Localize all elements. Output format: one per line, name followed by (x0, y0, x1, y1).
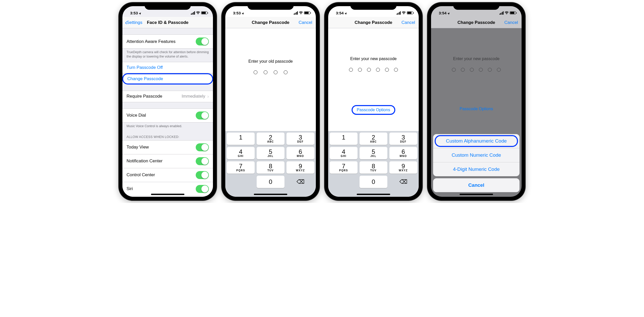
key-number: 7 (239, 163, 242, 169)
toggle-on[interactable] (196, 111, 209, 119)
passcode-options-link[interactable]: Passcode Options (352, 105, 395, 115)
signal-icon (191, 11, 195, 15)
allow-row[interactable]: Notification Center (122, 154, 213, 168)
keypad-key-9[interactable]: 9WXYZ (389, 161, 417, 174)
back-label: Settings (127, 20, 142, 25)
key-number: 0 (269, 179, 272, 185)
screen-settings: 3:53 ‹Settings Face ID & Passcode Attent… (122, 6, 213, 197)
require-passcode-row[interactable]: Require Passcode Immediately › (122, 91, 213, 102)
row-label: Change Passcode (127, 76, 163, 81)
keypad-delete[interactable]: ⌫ (389, 176, 417, 188)
keypad-key-3[interactable]: 3DEF (287, 133, 314, 145)
cancel-button[interactable]: Cancel (299, 20, 312, 25)
key-letters: MNO (297, 155, 304, 157)
key-number: 8 (269, 163, 272, 169)
number-keypad: 1 2ABC3DEF4GHI5JKL6MNO7PQRS8TUV9WXYZ0⌫ (225, 131, 316, 197)
key-number: 5 (269, 149, 272, 155)
phone-4: 3:54 Change Passcode Cancel Enter your n… (427, 3, 525, 200)
keypad-key-7[interactable]: 7PQRS (330, 161, 357, 174)
navbar: Change Passcode Cancel (328, 17, 419, 28)
signal-icon (294, 11, 298, 15)
toggle-on[interactable] (196, 157, 209, 165)
keypad-key-3[interactable]: 3DEF (389, 133, 417, 145)
key-letters: MNO (400, 155, 407, 157)
dot (367, 68, 371, 72)
attention-note: TrueDepth camera will check for attentio… (122, 49, 213, 62)
home-indicator[interactable] (460, 194, 493, 195)
keypad-key-8[interactable]: 8TUV (257, 161, 284, 174)
dot (479, 68, 483, 72)
navbar: ‹Settings Face ID & Passcode (122, 17, 213, 28)
option-4digit[interactable]: 4-Digit Numeric Code (433, 162, 520, 176)
cancel-button[interactable]: Cancel (401, 20, 415, 25)
keypad-key-5[interactable]: 5JKL (257, 147, 284, 159)
keypad-key-4[interactable]: 4GHI (227, 147, 255, 159)
keypad-key-6[interactable]: 6MNO (287, 147, 314, 159)
row-label: Require Passcode (127, 94, 162, 99)
row-label: Siri (127, 186, 133, 191)
passcode-prompt: Enter your old passcode (225, 59, 316, 64)
key-letters: GHI (341, 155, 346, 157)
wifi-icon (299, 11, 303, 15)
navbar: Change Passcode Cancel (225, 17, 316, 28)
cancel-button[interactable]: Cancel (504, 20, 518, 25)
battery-icon (510, 11, 516, 14)
toggle-on[interactable] (196, 185, 209, 193)
key-number: 5 (372, 149, 375, 155)
key-letters: ABC (267, 140, 274, 143)
dot (376, 68, 380, 72)
toggle-on[interactable] (196, 38, 209, 45)
sheet-cancel-button[interactable]: Cancel (433, 178, 520, 192)
option-label: Custom Alphanumeric Code (446, 138, 507, 144)
keypad-key-0[interactable]: 0 (257, 176, 284, 188)
key-letters: JKL (267, 155, 273, 157)
allow-row[interactable]: Control Center (122, 168, 213, 182)
passcode-options-link[interactable]: Passcode Options (455, 105, 497, 113)
keypad-key-1[interactable]: 1 (330, 133, 357, 145)
change-passcode-row[interactable]: Change Passcode (122, 73, 213, 85)
dot (385, 68, 389, 72)
toggle-on[interactable] (196, 143, 209, 151)
home-indicator[interactable] (357, 194, 390, 195)
keypad-key-5[interactable]: 5JKL (360, 147, 387, 159)
passcode-prompt: Enter your new passcode (431, 57, 522, 61)
option-numeric[interactable]: Custom Numeric Code (433, 148, 520, 162)
navbar-title: Change Passcode (355, 20, 392, 25)
keypad-key-8[interactable]: 8TUV (360, 161, 387, 174)
allow-row[interactable]: Today View (122, 140, 213, 154)
voice-dial-row[interactable]: Voice Dial (122, 108, 213, 123)
keypad-delete[interactable]: ⌫ (287, 176, 314, 188)
battery-icon (304, 11, 310, 14)
notch (247, 3, 294, 10)
voice-note: Music Voice Control is always enabled. (122, 123, 213, 132)
keypad-key-4[interactable]: 4GHI (330, 147, 357, 159)
allow-row[interactable]: Reply with Message (122, 196, 213, 197)
key-number: 2 (372, 134, 375, 141)
key-number: 4 (239, 149, 242, 155)
row-label: Attention Aware Features (127, 39, 176, 44)
key-number: 1 (342, 134, 345, 141)
dot (497, 68, 501, 72)
signal-icon (397, 11, 401, 15)
toggle-on[interactable] (196, 171, 209, 179)
keypad-key-1[interactable]: 1 (227, 133, 255, 145)
keypad-key-6[interactable]: 6MNO (389, 147, 417, 159)
keypad-key-7[interactable]: 7PQRS (227, 161, 255, 174)
row-label: Voice Dial (127, 113, 146, 118)
status-time: 3:54 (336, 11, 344, 15)
back-button[interactable]: ‹Settings (125, 20, 142, 26)
option-alphanumeric[interactable]: Custom Alphanumeric Code (433, 134, 520, 148)
settings-list[interactable]: Attention Aware Features TrueDepth camer… (122, 28, 213, 197)
keypad-key-9[interactable]: 9WXYZ (287, 161, 314, 174)
attention-aware-row[interactable]: Attention Aware Features (122, 34, 213, 49)
keypad-key-2[interactable]: 2ABC (257, 133, 284, 145)
keypad-key-2[interactable]: 2ABC (360, 133, 387, 145)
location-icon (242, 11, 244, 15)
keypad-key-0[interactable]: 0 (360, 176, 387, 188)
turn-passcode-off-row[interactable]: Turn Passcode Off (122, 62, 213, 73)
key-letters: WXYZ (399, 169, 408, 172)
home-indicator[interactable] (254, 194, 287, 195)
key-letters: PQRS (339, 169, 348, 172)
status-time: 3:54 (439, 11, 446, 15)
home-indicator[interactable] (151, 194, 184, 195)
